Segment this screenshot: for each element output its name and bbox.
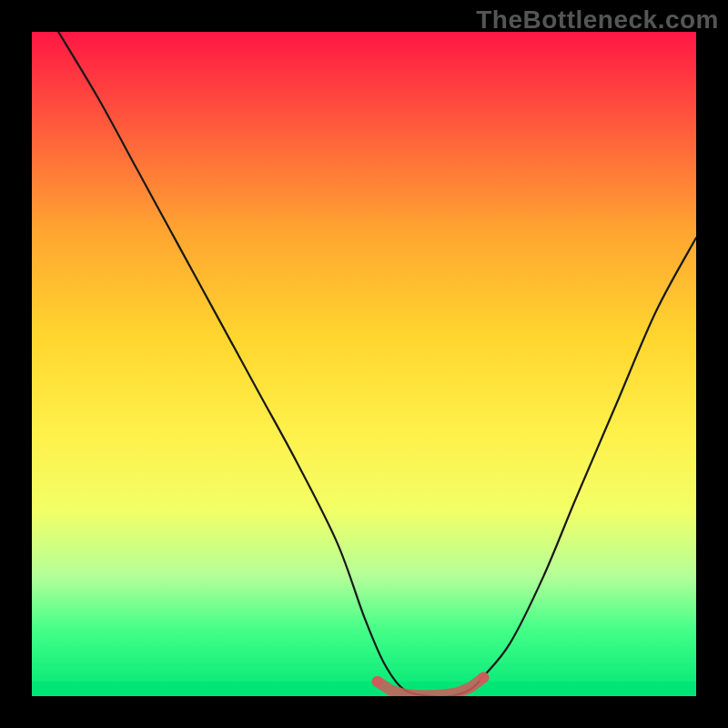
optimal-band-endpoint [372, 676, 383, 687]
bottom-green-band [32, 682, 696, 696]
chart-frame: TheBottleneck.com [0, 0, 728, 728]
chart-canvas [32, 32, 696, 696]
optimal-band-endpoint [478, 672, 489, 683]
plot-area [32, 32, 696, 696]
gradient-background [32, 32, 696, 696]
watermark-text: TheBottleneck.com [476, 5, 719, 35]
